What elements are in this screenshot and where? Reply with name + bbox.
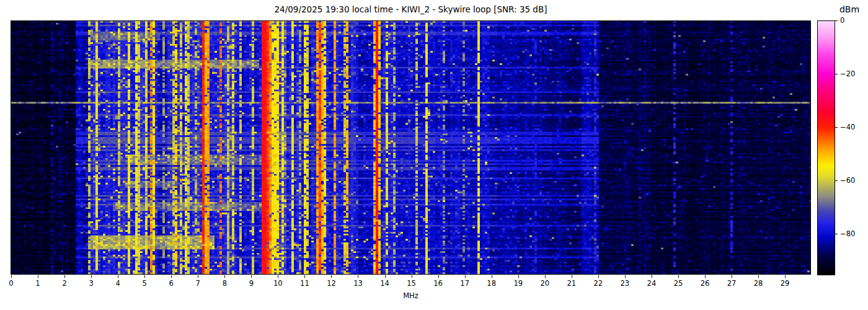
x-tick-label: 11: [295, 279, 314, 288]
colorbar-frame: [817, 20, 835, 275]
x-tick-label: 6: [162, 279, 180, 288]
colorbar-tick-label: −40: [840, 123, 865, 131]
x-tick-mark: [652, 275, 652, 278]
x-tick-mark: [758, 275, 759, 278]
x-tick-mark: [171, 275, 172, 278]
x-tick-label: 2: [55, 279, 74, 288]
colorbar-tick-label: −20: [840, 69, 865, 78]
colorbar-tick-mark: [835, 74, 838, 74]
x-tick-mark: [598, 275, 599, 278]
x-tick-mark: [625, 275, 626, 278]
x-tick-label: 21: [562, 279, 581, 288]
x-tick-mark: [785, 275, 786, 278]
x-tick-label: 13: [348, 279, 367, 288]
chart-title: 24/09/2025 19:30 local time - KIWI_2 - S…: [11, 4, 811, 14]
colorbar-tick-mark: [835, 180, 838, 181]
x-tick-label: 9: [242, 279, 260, 288]
x-tick-label: 17: [456, 279, 474, 288]
colorbar-tick-mark: [835, 20, 838, 21]
x-tick-label: 3: [82, 279, 100, 288]
x-tick-label: 25: [669, 279, 688, 288]
x-tick-mark: [304, 275, 305, 278]
x-tick-mark: [278, 275, 278, 278]
x-tick-mark: [545, 275, 546, 278]
x-tick-label: 27: [722, 279, 741, 288]
x-tick-mark: [412, 275, 412, 278]
x-tick-label: 14: [376, 279, 394, 288]
plot-frame: [11, 20, 811, 275]
x-tick-mark: [224, 275, 225, 278]
x-tick-mark: [118, 275, 118, 278]
colorbar-unit-label: dBm: [835, 4, 864, 14]
x-tick-label: 18: [482, 279, 501, 288]
x-tick-label: 8: [215, 279, 234, 288]
x-tick-mark: [251, 275, 252, 278]
x-tick-label: 4: [108, 279, 127, 288]
x-tick-mark: [678, 275, 679, 278]
x-tick-mark: [465, 275, 466, 278]
x-tick-mark: [572, 275, 572, 278]
colorbar-tick-label: 0: [840, 16, 865, 25]
colorbar-tick-label: −60: [840, 176, 865, 185]
x-tick-mark: [331, 275, 332, 278]
x-axis-label: MHz: [11, 291, 811, 300]
x-tick-mark: [438, 275, 439, 278]
x-tick-label: 5: [135, 279, 154, 288]
x-tick-mark: [732, 275, 732, 278]
x-tick-mark: [91, 275, 92, 278]
x-tick-label: 19: [509, 279, 528, 288]
x-tick-mark: [11, 275, 12, 278]
x-tick-label: 12: [322, 279, 340, 288]
x-tick-label: 28: [749, 279, 768, 288]
spectrogram-canvas: [11, 21, 810, 274]
x-tick-label: 1: [29, 279, 47, 288]
colorbar-tick-label: −80: [840, 229, 865, 238]
x-tick-mark: [64, 275, 65, 278]
x-tick-label: 20: [536, 279, 554, 288]
x-tick-label: 0: [2, 279, 20, 288]
x-tick-label: 15: [402, 279, 421, 288]
x-tick-mark: [358, 275, 358, 278]
x-tick-mark: [705, 275, 706, 278]
x-tick-label: 16: [429, 279, 448, 288]
x-tick-label: 29: [776, 279, 794, 288]
x-tick-mark: [492, 275, 492, 278]
colorbar-tick-mark: [835, 127, 838, 128]
colorbar-tick-mark: [835, 234, 838, 234]
x-tick-label: 26: [696, 279, 714, 288]
x-tick-label: 24: [642, 279, 661, 288]
x-tick-mark: [518, 275, 519, 278]
x-tick-label: 22: [589, 279, 608, 288]
x-tick-mark: [144, 275, 145, 278]
x-tick-mark: [385, 275, 386, 278]
colorbar-canvas: [818, 21, 835, 275]
x-tick-label: 23: [616, 279, 634, 288]
spectrogram-figure: 24/09/2025 19:30 local time - KIWI_2 - S…: [0, 0, 868, 310]
x-tick-mark: [38, 275, 38, 278]
x-tick-mark: [198, 275, 198, 278]
x-tick-label: 7: [188, 279, 207, 288]
x-tick-label: 10: [268, 279, 287, 288]
